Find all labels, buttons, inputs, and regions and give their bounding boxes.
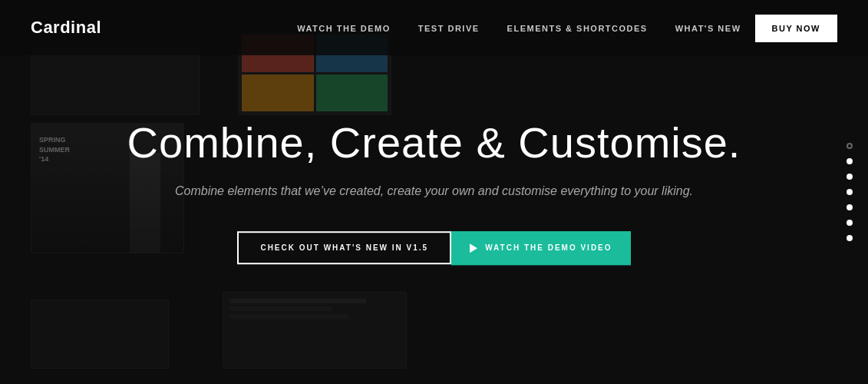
check-whats-new-button[interactable]: CHECK OUT WHAT'S NEW IN V1.5 bbox=[237, 231, 451, 264]
dot-6[interactable] bbox=[847, 220, 853, 226]
hero-buttons: CHECK OUT WHAT'S NEW IN V1.5 WATCH THE D… bbox=[127, 231, 741, 265]
preview-card-3 bbox=[31, 300, 169, 369]
watch-demo-video-label: WATCH THE DEMO VIDEO bbox=[485, 243, 612, 252]
nav-item-test-drive[interactable]: TEST DRIVE bbox=[404, 21, 493, 35]
logo: Cardinal bbox=[31, 18, 101, 38]
play-icon bbox=[470, 243, 477, 253]
nav-link-elements[interactable]: ELEMENTS & SHORTCODES bbox=[493, 24, 662, 33]
hero-title: Combine, Create & Customise. bbox=[127, 119, 741, 167]
dot-3[interactable] bbox=[847, 174, 853, 180]
watch-demo-video-button[interactable]: WATCH THE DEMO VIDEO bbox=[451, 231, 630, 265]
dot-navigation bbox=[847, 143, 853, 241]
nav-item-buy[interactable]: BUY NOW bbox=[755, 21, 837, 35]
nav-link-test-drive[interactable]: TEST DRIVE bbox=[404, 24, 493, 33]
preview-card-5 bbox=[223, 292, 407, 369]
nav-link-buy[interactable]: BUY NOW bbox=[755, 15, 837, 42]
dot-5[interactable] bbox=[847, 204, 853, 210]
dot-4[interactable] bbox=[847, 189, 853, 195]
navbar: Cardinal WATCH THE DEMO TEST DRIVE ELEME… bbox=[0, 0, 868, 55]
nav-link-watch-demo[interactable]: WATCH THE DEMO bbox=[283, 24, 404, 33]
dot-2[interactable] bbox=[847, 158, 853, 164]
nav-item-watch-demo[interactable]: WATCH THE DEMO bbox=[283, 21, 404, 35]
nav-link-whats-new[interactable]: WHAT'S NEW bbox=[662, 24, 755, 33]
nav-item-elements[interactable]: ELEMENTS & SHORTCODES bbox=[493, 21, 662, 35]
hero-subtitle: Combine elements that we’ve created, cre… bbox=[127, 182, 741, 200]
preview-spring-text: SPRINGSUMMER'14 bbox=[39, 135, 70, 164]
dot-1[interactable] bbox=[847, 143, 853, 149]
preview-card-1 bbox=[31, 46, 200, 115]
dot-7[interactable] bbox=[847, 235, 853, 241]
nav-item-whats-new[interactable]: WHAT'S NEW bbox=[662, 21, 755, 35]
hero-section: Combine, Create & Customise. Combine ele… bbox=[127, 119, 741, 265]
nav-links: WATCH THE DEMO TEST DRIVE ELEMENTS & SHO… bbox=[283, 21, 837, 35]
